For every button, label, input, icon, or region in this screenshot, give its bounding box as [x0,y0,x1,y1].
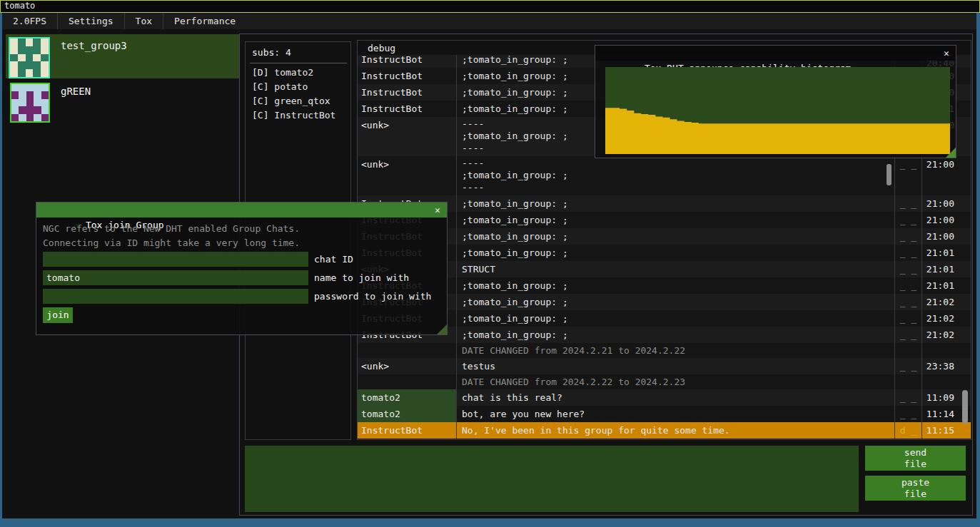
message-row[interactable]: <unk>testus_ _23:38 [358,358,971,374]
message-row[interactable]: tomato2chat is this real?_ _11:09 [358,389,971,406]
message-cell: ;tomato_in_group: ; [456,310,894,327]
tab-debug[interactable]: debug [368,42,395,55]
resize-grip[interactable] [437,324,447,334]
sender-cell: <unk> [358,117,456,156]
join-name-field[interactable] [43,270,308,285]
menu-item-performance[interactable]: Performance [163,13,246,29]
status-cell: _ _ [894,228,921,245]
dht-histogram-titlebar[interactable]: ▼Tox DHT announce capability histogram ✕ [595,46,956,61]
member-item-potato[interactable]: [C] potato [252,80,308,94]
fps-indicator: 2.0FPS [2,13,57,29]
close-icon[interactable]: ✕ [940,46,953,61]
chat-id-field[interactable] [43,252,308,267]
menu-item-settings[interactable]: Settings [58,13,124,29]
message-cell: DATE CHANGED from 2024.2.22 to 2024.2.23 [456,374,894,389]
message-cell: ;tomato_in_group: ; [456,228,894,245]
message-row[interactable]: InstructBot;tomato_in_group: ;_ _21:02 [358,310,971,327]
message-cell: testus [456,358,894,374]
timestamp-cell: 21:02 [921,327,956,343]
group-row-test_group3[interactable]: test_group3 [6,34,239,78]
group-row-gREEN[interactable]: gREEN [6,80,239,124]
message-row[interactable]: InstructBot;tomato_in_group: ;_ _21:01 [358,277,971,294]
timestamp-cell: 21:01 [921,245,956,261]
message-row[interactable]: InstructBot;tomato_in_group: ;_ _21:00 [358,195,971,212]
group-name: test_group3 [61,40,127,51]
member-item-InstructBot[interactable]: [C] InstructBot [252,108,335,123]
member-item-tomato2[interactable]: [D] tomato2 [252,66,313,80]
status-cell: _ _ [894,294,921,310]
message-cell: ;tomato_in_group: ; [456,327,894,343]
message-row[interactable]: InstructBot;tomato_in_group: ;_ _21:00 [358,212,971,228]
window-titlebar[interactable]: tomato [0,0,980,13]
window-frame-right [976,13,980,527]
message-row[interactable]: InstructBot;tomato_in_group: ;_ _21:01 [358,245,971,261]
chat-scrollbar[interactable] [961,41,969,425]
app-root: 2.0FPS SettingsToxPerformance test_group… [2,13,976,518]
message-row[interactable]: InstructBot;tomato_in_group: ;_ _21:02 [358,294,971,310]
message-cell: ;tomato_in_group: ; [456,245,894,261]
timestamp-cell: 21:01 [921,277,956,294]
status-cell: _ _ [894,327,921,343]
sender-cell: tomato2 [358,389,456,406]
join-group-dialog: ▼Tox join Group ✕ NGC refers to the New … [36,202,448,335]
message-row[interactable]: tomato2bot, are you new here?_ _11:14 [358,406,971,422]
message-cell: DATE CHANGED from 2024.2.21 to 2024.2.22 [456,343,894,358]
send-file-label-line1: send [865,447,966,459]
sender-cell: InstructBot [358,101,456,117]
timestamp-cell: 21:01 [921,261,956,277]
ngc-note-line1: NGC refers to the New DHT enabled Group … [43,223,300,234]
sender-cell: InstructBot [358,55,456,68]
chat-scrollbar-thumb[interactable] [962,390,968,424]
message-cell: chat is this real? [456,389,894,406]
message-inner-scrollbar-thumb[interactable] [886,164,891,185]
join-group-titlebar[interactable]: ▼Tox join Group ✕ [36,203,447,218]
message-row[interactable]: InstructBotNo, I've been in this group f… [358,422,971,439]
window-title: tomato [4,1,35,11]
message-cell: No, I've been in this group for quite so… [456,422,894,439]
message-row[interactable]: <unk>STRUCT_ _21:01 [358,261,971,277]
message-row[interactable]: <unk>----;tomato_in_group: ;----_ _21:00 [358,156,971,195]
message-row[interactable]: InstructBot;tomato_in_group: ;_ _21:02 [358,327,971,343]
ngc-note-line2: Connecting via ID might take a very long… [43,237,300,248]
sender-cell: InstructBot [358,84,456,101]
date-separator-row[interactable]: DATE CHANGED from 2024.2.21 to 2024.2.22 [358,343,971,358]
sender-cell [358,343,456,358]
paste-file-button[interactable]: paste file [865,476,966,501]
message-row[interactable]: InstructBot;tomato_in_group: ;_ _21:00 [358,228,971,245]
timestamp-cell [921,374,956,389]
date-separator-row[interactable]: DATE CHANGED from 2024.2.22 to 2024.2.23 [358,374,971,389]
timestamp-cell [921,343,956,358]
timestamp-cell: 11:14 [921,406,956,422]
close-icon[interactable]: ✕ [431,203,444,218]
status-cell: _ _ [894,310,921,327]
sender-cell: InstructBot [358,422,456,439]
timestamp-cell: 23:38 [921,358,956,374]
status-cell: _ _ [894,406,921,422]
member-item-green_qtox[interactable]: [C] green_qtox [252,94,330,108]
status-cell: _ _ [894,156,921,195]
histogram-area [605,67,950,154]
timestamp-cell: 21:02 [921,294,956,310]
status-cell: _ _ [894,245,921,261]
join-button[interactable]: join [43,307,73,323]
paste-file-label-line1: paste [865,477,966,488]
status-cell: _ _ [894,195,921,212]
subs-count-label: subs: 4 [252,47,291,58]
timestamp-cell: 21:00 [921,212,956,228]
sender-cell: tomato2 [358,406,456,422]
send-file-button[interactable]: send file [865,446,966,471]
resize-grip[interactable] [946,148,956,158]
message-cell: ;tomato_in_group: ; [456,195,894,212]
timestamp-cell: 21:02 [921,310,956,327]
status-cell: _ _ [894,212,921,228]
join-password-label: password to join with [314,289,431,304]
window-frame-bottom [0,518,980,527]
group-avatar [9,37,50,78]
chat-id-label: chat ID [314,252,353,267]
join-password-field[interactable] [43,289,308,304]
status-cell: _ _ [894,277,921,294]
timestamp-cell: 11:15 [921,422,956,439]
message-input[interactable] [245,446,859,512]
message-cell: ----;tomato_in_group: ;---- [456,156,894,195]
menu-item-tox[interactable]: Tox [125,13,163,29]
